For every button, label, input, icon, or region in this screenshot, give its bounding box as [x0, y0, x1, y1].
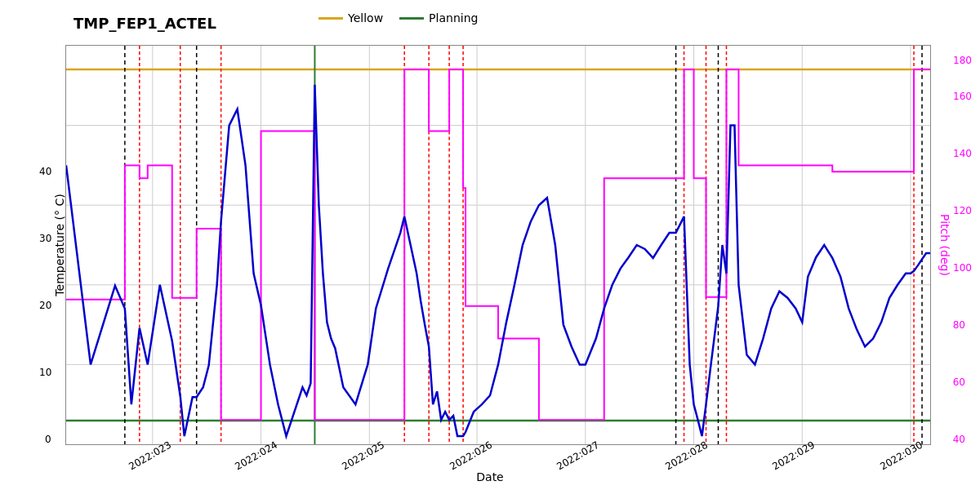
y-right-tick-140: 140 [953, 148, 972, 159]
y-right-tick-100: 100 [953, 262, 972, 274]
chart-svg [66, 46, 930, 444]
y-axis-right-label: Pitch (deg) [938, 214, 951, 276]
y-right-tick-180: 180 [953, 55, 972, 66]
planning-line-icon [399, 17, 424, 20]
y-tick-20: 20 [39, 300, 51, 311]
y-tick-10: 10 [39, 367, 51, 378]
y-axis-left-label: Temperature (° C) [53, 194, 66, 296]
legend-planning: Planning [399, 11, 478, 24]
y-right-tick-40: 40 [953, 434, 965, 445]
yellow-line-icon [318, 17, 343, 20]
legend: Yellow Planning [318, 11, 478, 24]
y-tick-0: 0 [45, 434, 51, 445]
plot-area [65, 45, 931, 445]
x-axis-label: Date [476, 470, 503, 483]
yellow-label: Yellow [348, 11, 383, 24]
y-tick-30: 30 [39, 233, 51, 244]
y-right-tick-120: 120 [953, 205, 972, 216]
chart-title: TMP_FEP1_ACTEL [74, 15, 216, 32]
chart-container: TMP_FEP1_ACTEL Yellow Planning Temperatu… [0, 0, 980, 490]
y-right-tick-80: 80 [953, 319, 965, 331]
legend-yellow: Yellow [318, 11, 383, 24]
y-right-tick-60: 60 [953, 376, 965, 388]
y-tick-40: 40 [39, 166, 51, 177]
planning-label: Planning [429, 11, 478, 24]
y-right-tick-160: 160 [953, 91, 972, 102]
